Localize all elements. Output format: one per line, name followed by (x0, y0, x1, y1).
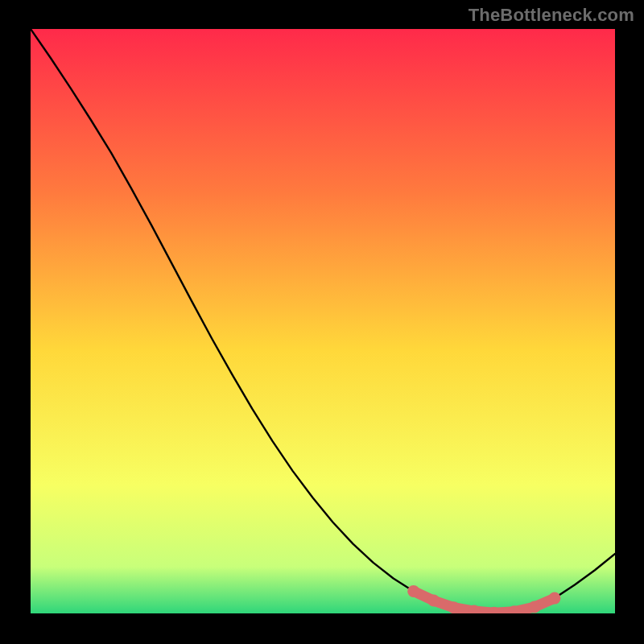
chart-svg (31, 29, 615, 613)
gradient-background (31, 29, 615, 613)
highlight-dot (448, 601, 460, 613)
highlight-dot (407, 585, 419, 597)
chart-frame: TheBottleneck.com (0, 0, 644, 644)
plot-area (31, 29, 615, 613)
highlight-dot (548, 592, 560, 605)
highlight-dot (427, 595, 440, 607)
highlight-dot (528, 601, 540, 613)
watermark-text: TheBottleneck.com (469, 5, 634, 26)
